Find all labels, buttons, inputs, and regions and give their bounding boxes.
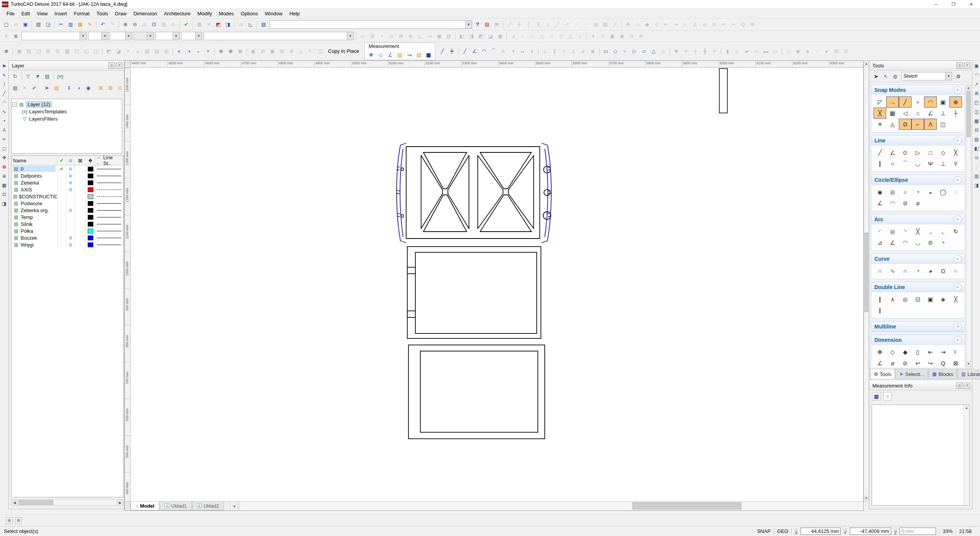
toolbar-icon[interactable]: ╳: [534, 20, 543, 29]
section-chevron-icon[interactable]: «: [954, 137, 962, 144]
tool-button[interactable]: ∠: [924, 108, 937, 119]
toolbar-icon[interactable]: ▭: [358, 32, 367, 40]
tool-button[interactable]: ↩: [911, 358, 924, 367]
toolbar-icon[interactable]: ▣: [21, 20, 30, 29]
palette-tab-selecti[interactable]: ➤Selecti...: [895, 369, 928, 379]
toolbar-icon[interactable]: ◺: [416, 32, 425, 40]
tool-button[interactable]: ◟: [937, 226, 949, 237]
toolbar-icon[interactable]: ⊕: [217, 47, 225, 56]
layer-row-Temp[interactable]: ▤Temp: [11, 214, 123, 221]
column-name[interactable]: Name: [11, 156, 57, 165]
toolbar-icon[interactable]: ↖: [306, 47, 315, 56]
tool-button[interactable]: →: [886, 96, 899, 108]
tool-button[interactable]: ∩: [899, 265, 911, 276]
toolbar-icon[interactable]: ◉: [588, 47, 597, 56]
scroll-up-arrow[interactable]: ▲: [864, 61, 869, 67]
toolbar-combo[interactable]: ▼: [204, 32, 354, 40]
toolbar-icon[interactable]: ◍: [891, 72, 900, 80]
toolbar-icon[interactable]: ◑: [74, 83, 83, 92]
pin-icon[interactable]: ◎: [956, 62, 963, 69]
toolbar-icon[interactable]: ▣: [268, 47, 277, 56]
toolbar-icon[interactable]: ◉: [617, 32, 626, 40]
tool-button[interactable]: Λ: [924, 119, 937, 130]
toolbar-icon[interactable]: ┿: [448, 47, 456, 56]
tool-button[interactable]: Ψ: [924, 158, 937, 169]
toolbar-icon[interactable]: ╋: [701, 47, 709, 56]
tool-button[interactable]: ⊦: [949, 346, 962, 358]
toolbar-icon[interactable]: ↶: [98, 20, 107, 29]
scroll-down-arrow[interactable]: ▼: [966, 361, 971, 367]
toolbar-icon[interactable]: ▱: [11, 20, 20, 29]
toolbar-icon[interactable]: ◰: [973, 98, 980, 107]
toolbar-icon[interactable]: ⊞: [44, 47, 52, 56]
tool-button[interactable]: ◔: [937, 237, 949, 248]
toolbar-icon[interactable]: ┼: [515, 20, 524, 29]
toolbar-icon[interactable]: ▭: [601, 47, 610, 56]
toolbar-icon[interactable]: ▤: [483, 20, 492, 29]
toolbar-icon[interactable]: ⊙: [169, 20, 178, 29]
toolbar-icon[interactable]: ↔: [518, 47, 527, 56]
toolbar-icon[interactable]: ✔: [182, 20, 191, 29]
toolbar-icon[interactable]: ╱: [611, 20, 619, 29]
tool-button[interactable]: ◈: [937, 294, 949, 305]
column-linestyle[interactable]: --- Line St..: [95, 156, 123, 165]
toolbar-combo[interactable]: ▼: [269, 20, 472, 29]
tool-button[interactable]: Ω: [899, 119, 911, 130]
toolbar-icon[interactable]: ▽: [557, 32, 565, 40]
tree-item-layerstemplates[interactable]: LayersTemplates: [29, 109, 67, 114]
toolbar-icon[interactable]: ◓: [124, 47, 132, 56]
layer-hscrollbar[interactable]: ◀ ▶: [11, 499, 124, 506]
toolbar-icon[interactable]: ➤: [42, 83, 51, 92]
toolbar-icon[interactable]: ○: [621, 47, 629, 56]
toolbar-icon[interactable]: ➤: [872, 72, 880, 80]
tool-button[interactable]: ◯: [937, 186, 949, 198]
toolbar-icon[interactable]: ▣: [249, 47, 258, 56]
tool-button[interactable]: ⊠: [949, 358, 962, 367]
toolbar-icon[interactable]: ◌: [973, 162, 980, 172]
toolbar-icon[interactable]: ⊞: [748, 20, 757, 29]
toolbar-icon[interactable]: ◪: [486, 32, 495, 40]
toolbar-icon[interactable]: ◱: [82, 47, 91, 56]
layer-row-Boczek[interactable]: ▤Boczek⊙: [11, 234, 123, 241]
toolbar-icon[interactable]: ▣: [15, 47, 24, 56]
toolbar-icon[interactable]: ⊕: [406, 32, 415, 40]
toolbar-icon[interactable]: ▱: [640, 47, 648, 56]
layer-row-$CONSTRUCTION[interactable]: ▤$CONSTRUCTION: [11, 193, 123, 200]
toolbar-icon[interactable]: ⊞: [15, 517, 22, 524]
menu-architecture[interactable]: Architecture: [160, 9, 194, 18]
layer-row-Silnik[interactable]: ▤Silnik: [11, 221, 123, 227]
tool-button[interactable]: ∥: [874, 305, 886, 316]
tool-button[interactable]: ◎: [886, 226, 899, 237]
toolbar-icon[interactable]: ▤: [872, 392, 881, 400]
pin-icon[interactable]: ◎: [108, 62, 115, 69]
toolbar-icon[interactable]: ▽: [24, 72, 33, 81]
section-chevron-icon[interactable]: «: [954, 336, 962, 344]
tool-button[interactable]: ▣: [924, 294, 937, 305]
toolbar-icon[interactable]: ✥: [367, 51, 376, 59]
tool-button[interactable]: ◇: [886, 346, 899, 358]
toolbar-icon[interactable]: ⌀: [579, 47, 588, 56]
tool-button[interactable]: ◌: [949, 186, 962, 198]
scroll-up-arrow[interactable]: ▲: [966, 85, 971, 91]
scroll-thumb[interactable]: [19, 500, 53, 505]
toolbar-icon[interactable]: ▤: [415, 51, 423, 59]
toolbar-icon[interactable]: ◔: [508, 47, 517, 56]
tool-button[interactable]: ▣: [937, 96, 949, 108]
tool-button[interactable]: ∥: [874, 158, 886, 169]
close-icon[interactable]: ✕: [964, 382, 970, 389]
toolbar-icon[interactable]: ┼: [691, 47, 700, 56]
toolbar-icon[interactable]: ✛: [681, 47, 690, 56]
tool-button[interactable]: ◠: [886, 198, 899, 209]
tools-vscrollbar[interactable]: ▲ ▼: [966, 85, 971, 367]
toolbar-icon[interactable]: ∠: [691, 20, 699, 29]
tool-button[interactable]: ✥: [874, 346, 886, 358]
toolbar-icon[interactable]: ≣: [11, 32, 20, 40]
toolbar-icon[interactable]: ∠: [569, 47, 578, 56]
tool-button[interactable]: ⊘: [899, 198, 911, 209]
toolbar-icon[interactable]: ▨: [601, 20, 610, 29]
scroll-left-arrow[interactable]: ◀: [11, 500, 18, 505]
toolbar-icon[interactable]: ⊙: [973, 153, 980, 162]
toolbar-icon[interactable]: ↷: [108, 20, 117, 29]
tool-button[interactable]: ◜: [874, 226, 886, 237]
tool-button[interactable]: ▯: [911, 346, 924, 358]
